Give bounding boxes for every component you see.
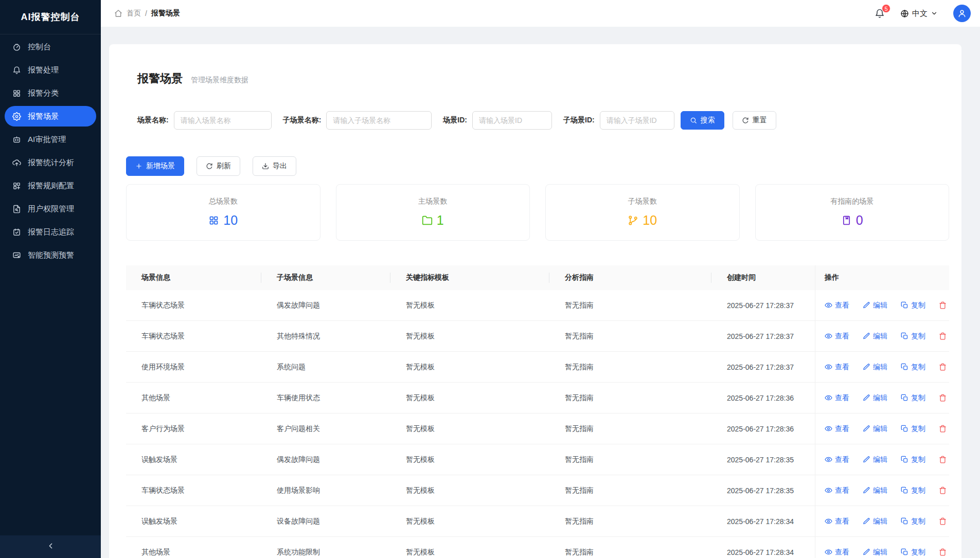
- topbar-right: 5 中文: [875, 5, 971, 22]
- view-action-button[interactable]: 查看: [825, 517, 849, 526]
- sidebar-item-9[interactable]: 智能预测预警: [5, 245, 96, 265]
- view-action-button[interactable]: 查看: [825, 455, 849, 464]
- sub-scene-id-input[interactable]: [600, 111, 674, 130]
- table-row-2: 使用环境场景系统问题暂无模板暂无指南2025-06-27 17:28:37查看编…: [126, 352, 949, 383]
- copy-action-button[interactable]: 复制: [901, 363, 925, 372]
- stat-card-3: 有指南的场景0: [755, 184, 950, 241]
- sidebar-item-3[interactable]: 报警场景: [5, 106, 96, 127]
- add-scene-button[interactable]: 新增场景: [126, 156, 184, 176]
- notifications-button[interactable]: 5: [875, 8, 885, 19]
- table-body: 车辆状态场景偶发故障问题暂无模板暂无指南2025-06-27 17:28:37查…: [126, 290, 949, 558]
- add-scene-button-label: 新增场景: [146, 161, 175, 171]
- cell-created_at: 2025-06-27 17:28:36: [711, 425, 815, 433]
- gear-icon: [12, 112, 21, 121]
- delete-action-button[interactable]: 删除: [939, 548, 949, 557]
- delete-action-button[interactable]: 删除: [939, 332, 949, 341]
- notification-badge: 5: [882, 4, 890, 13]
- edit-action-button[interactable]: 编辑: [863, 301, 887, 310]
- cell-guide: 暂无指南: [549, 548, 711, 557]
- sidebar-item-label: 控制台: [28, 42, 51, 52]
- reset-button[interactable]: 重置: [733, 111, 776, 130]
- copy-action-button[interactable]: 复制: [901, 455, 925, 464]
- scene-name-input[interactable]: [174, 111, 272, 130]
- cell-scene: 误触发场景: [126, 455, 261, 464]
- breadcrumb-home[interactable]: 首页: [127, 9, 141, 18]
- page-head: 报警场景 管理场景维度数据: [126, 71, 949, 86]
- grid-plus-icon: [12, 182, 21, 190]
- pencil-icon: [863, 548, 870, 556]
- cell-actions: 查看编辑复制删除: [815, 383, 949, 413]
- export-button[interactable]: 导出: [253, 156, 296, 176]
- sidebar-item-label: 用户权限管理: [28, 204, 74, 214]
- action-label: 编辑: [873, 548, 887, 557]
- edit-action-button[interactable]: 编辑: [863, 548, 887, 557]
- cell-template: 暂无模板: [390, 393, 549, 403]
- refresh-button[interactable]: 刷新: [197, 156, 240, 176]
- sidebar-item-5[interactable]: 报警统计分析: [5, 152, 96, 173]
- delete-action-button[interactable]: 删除: [939, 301, 949, 310]
- edit-action-button[interactable]: 编辑: [863, 424, 887, 434]
- sidebar-item-6[interactable]: 报警规则配置: [5, 175, 96, 196]
- scene-id-input[interactable]: [472, 111, 552, 130]
- copy-action-button[interactable]: 复制: [901, 393, 925, 403]
- calendar-check-icon: [12, 228, 21, 237]
- trash-icon: [939, 517, 947, 525]
- sidebar-item-2[interactable]: 报警分类: [5, 83, 96, 103]
- delete-action-button[interactable]: 删除: [939, 486, 949, 495]
- table-row-6: 车辆状态场景使用场景影响暂无模板暂无指南2025-06-27 17:28:35查…: [126, 475, 949, 506]
- home-icon: [114, 9, 122, 17]
- edit-action-button[interactable]: 编辑: [863, 363, 887, 372]
- download-icon: [262, 163, 269, 170]
- sub-scene-name-input[interactable]: [326, 111, 432, 130]
- trash-icon: [939, 301, 947, 309]
- cell-template: 暂无模板: [390, 548, 549, 557]
- copy-action-button[interactable]: 复制: [901, 332, 925, 341]
- search-button[interactable]: 搜索: [681, 111, 724, 130]
- view-action-button[interactable]: 查看: [825, 332, 849, 341]
- user-avatar[interactable]: [953, 5, 971, 22]
- sidebar-item-4[interactable]: AI审批管理: [5, 129, 96, 150]
- view-action-button[interactable]: 查看: [825, 486, 849, 495]
- filter-label: 子场景名称:: [283, 116, 322, 125]
- language-selector[interactable]: 中文: [900, 9, 938, 19]
- view-action-button[interactable]: 查看: [825, 363, 849, 372]
- action-label: 查看: [835, 301, 849, 310]
- stat-card-1: 主场景数1: [336, 184, 530, 241]
- sidebar-item-8[interactable]: 报警日志追踪: [5, 222, 96, 242]
- copy-action-button[interactable]: 复制: [901, 424, 925, 434]
- view-action-button[interactable]: 查看: [825, 424, 849, 434]
- edit-action-button[interactable]: 编辑: [863, 486, 887, 495]
- delete-action-button[interactable]: 删除: [939, 517, 949, 526]
- pencil-icon: [863, 487, 870, 494]
- edit-action-button[interactable]: 编辑: [863, 517, 887, 526]
- cell-template: 暂无模板: [390, 424, 549, 434]
- view-action-button[interactable]: 查看: [825, 393, 849, 403]
- page-title: 报警场景: [137, 71, 183, 86]
- copy-action-button[interactable]: 复制: [901, 548, 925, 557]
- view-action-button[interactable]: 查看: [825, 548, 849, 557]
- edit-action-button[interactable]: 编辑: [863, 455, 887, 464]
- copy-action-button[interactable]: 复制: [901, 301, 925, 310]
- sidebar-item-1[interactable]: 报警处理: [5, 60, 96, 80]
- view-action-button[interactable]: 查看: [825, 301, 849, 310]
- action-label: 查看: [835, 424, 849, 434]
- copy-action-button[interactable]: 复制: [901, 486, 925, 495]
- sidebar-collapse-button[interactable]: [0, 535, 101, 558]
- cell-created_at: 2025-06-27 17:28:34: [711, 517, 815, 526]
- sidebar-item-0[interactable]: 控制台: [5, 37, 96, 57]
- copy-action-button[interactable]: 复制: [901, 517, 925, 526]
- delete-action-button[interactable]: 删除: [939, 424, 949, 434]
- edit-action-button[interactable]: 编辑: [863, 393, 887, 403]
- grid-icon: [12, 89, 21, 98]
- delete-action-button[interactable]: 删除: [939, 363, 949, 372]
- table-header: 场景信息 子场景信息 关键指标模板 分析指南 创建时间 操作: [126, 265, 949, 290]
- eye-icon: [825, 394, 832, 402]
- cell-sub_scene: 系统功能限制: [261, 548, 390, 557]
- delete-action-button[interactable]: 删除: [939, 455, 949, 464]
- edit-action-button[interactable]: 编辑: [863, 332, 887, 341]
- page-card: 报警场景 管理场景维度数据 场景名称: 子场景名称: 场景ID: 子场景ID:: [109, 44, 961, 558]
- sidebar-item-7[interactable]: 用户权限管理: [5, 199, 96, 219]
- cell-guide: 暂无指南: [549, 363, 711, 372]
- eye-icon: [825, 301, 832, 309]
- delete-action-button[interactable]: 删除: [939, 393, 949, 403]
